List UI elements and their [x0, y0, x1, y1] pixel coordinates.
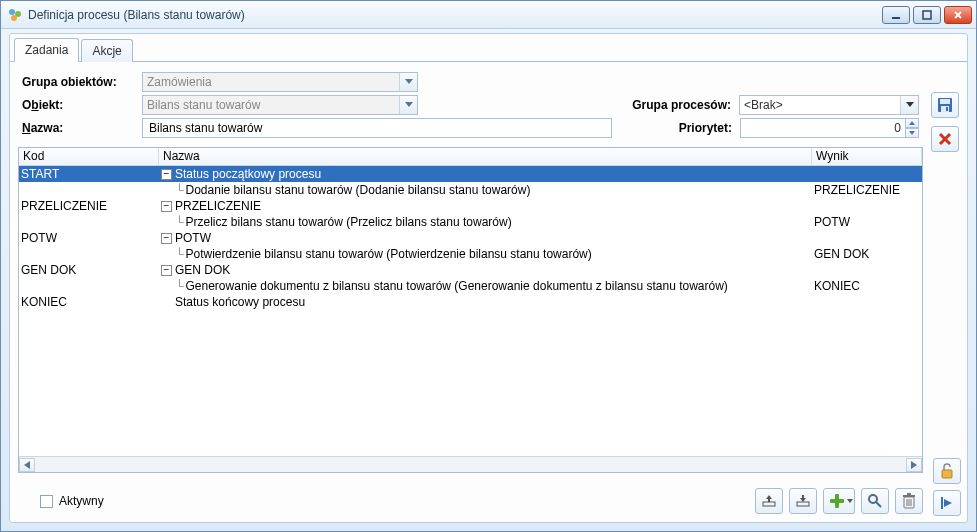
svg-rect-16	[797, 502, 809, 506]
window-title: Definicja procesu (Bilans stanu towarów)	[28, 8, 882, 22]
spinner-down-icon[interactable]	[905, 128, 919, 138]
maximize-button[interactable]	[913, 6, 941, 24]
col-header-nazwa[interactable]: Nazwa	[159, 148, 812, 165]
svg-rect-4	[923, 11, 931, 19]
minimize-button[interactable]	[882, 6, 910, 24]
table-row[interactable]: KONIECStatus końcowy procesu	[19, 294, 922, 310]
checkbox-box[interactable]	[40, 495, 53, 508]
delete-button[interactable]	[895, 488, 923, 514]
cell-kod: KONIEC	[19, 295, 159, 309]
cell-nazwa: −POTW	[159, 231, 812, 245]
grid-body[interactable]: START−Status początkowy procesu└Dodanie …	[19, 166, 922, 456]
table-row[interactable]: PRZELICZENIE−PRZELICZENIE	[19, 198, 922, 214]
chevron-down-icon[interactable]	[399, 73, 417, 91]
col-header-wynik[interactable]: Wynik	[812, 148, 922, 165]
scroll-right-icon[interactable]	[906, 458, 922, 472]
table-row[interactable]: └Generowanie dokumentu z bilansu stanu t…	[19, 278, 922, 294]
add-dropdown-button[interactable]	[845, 488, 855, 514]
form-area: Grupa obiektów: Zamówienia Obiekt: Bilan…	[14, 66, 927, 147]
table-row[interactable]: └Dodanie bilansu stanu towarów (Dodanie …	[19, 182, 922, 198]
table-row[interactable]: └Potwierdzenie bilansu stanu towarów (Po…	[19, 246, 922, 262]
svg-rect-30	[940, 99, 950, 104]
arrow-right-icon	[940, 496, 954, 510]
label-procgroup: Grupa procesów:	[632, 98, 731, 112]
input-name[interactable]	[142, 118, 612, 138]
side-panel	[931, 92, 961, 152]
cell-nazwa: −GEN DOK	[159, 263, 812, 277]
tree-toggle-icon[interactable]: −	[161, 169, 172, 180]
tab-actions[interactable]: Akcje	[81, 39, 132, 62]
combo-object-value: Bilans stanu towarów	[147, 98, 260, 112]
combo-group[interactable]: Zamówienia	[142, 72, 418, 92]
svg-marker-11	[909, 131, 915, 135]
tree-toggle-icon[interactable]: −	[161, 265, 172, 276]
tree-toggle-icon[interactable]: −	[161, 201, 172, 212]
tab-tasks[interactable]: Zadania	[14, 38, 79, 62]
search-button[interactable]	[861, 488, 889, 514]
label-object: Obiekt:	[22, 98, 142, 112]
svg-point-21	[869, 495, 877, 503]
import-icon	[795, 494, 811, 508]
table-row[interactable]: POTW−POTW	[19, 230, 922, 246]
task-grid: Kod Nazwa Wynik START−Status początkowy …	[18, 147, 923, 473]
cell-wynik: POTW	[812, 215, 922, 229]
close-button[interactable]	[944, 6, 972, 24]
export-button[interactable]	[755, 488, 783, 514]
import-button[interactable]	[789, 488, 817, 514]
input-priority[interactable]: 0	[740, 118, 906, 138]
svg-marker-15	[766, 495, 772, 502]
table-row[interactable]: START−Status początkowy procesu	[19, 166, 922, 182]
chevron-down-icon[interactable]	[900, 96, 918, 114]
tree-toggle-icon[interactable]: −	[161, 233, 172, 244]
cell-nazwa: └Potwierdzenie bilansu stanu towarów (Po…	[159, 247, 812, 261]
app-icon	[7, 7, 23, 23]
spinner-up-icon[interactable]	[905, 118, 919, 128]
scroll-track[interactable]	[35, 458, 906, 472]
svg-rect-3	[892, 17, 900, 19]
svg-rect-24	[903, 495, 915, 497]
save-button[interactable]	[931, 92, 959, 118]
h-scrollbar[interactable]	[19, 456, 922, 472]
svg-marker-8	[405, 102, 413, 107]
svg-marker-10	[909, 121, 915, 125]
col-header-kod[interactable]: Kod	[19, 148, 159, 165]
tree-elbow-icon: └	[161, 183, 184, 197]
export-icon	[761, 494, 777, 508]
combo-procgroup-value: <Brak>	[744, 98, 783, 112]
label-priority: Priorytet:	[679, 121, 732, 135]
tree-elbow-icon: └	[161, 279, 184, 293]
cell-nazwa: └Generowanie dokumentu z bilansu stanu t…	[159, 279, 812, 293]
table-row[interactable]: └Przelicz bilans stanu towarów (Przelicz…	[19, 214, 922, 230]
svg-marker-7	[405, 79, 413, 84]
chevron-down-icon[interactable]	[399, 96, 417, 114]
tree-elbow-icon: └	[161, 215, 184, 229]
spinner-priority[interactable]	[905, 118, 919, 138]
cell-kod: POTW	[19, 231, 159, 245]
tree-elbow-icon: └	[161, 247, 184, 261]
svg-marker-20	[847, 499, 853, 503]
svg-rect-14	[763, 502, 775, 506]
cell-kod: GEN DOK	[19, 263, 159, 277]
cell-nazwa: −PRZELICZENIE	[159, 199, 812, 213]
cell-wynik: PRZELICZENIE	[812, 183, 922, 197]
svg-marker-13	[911, 461, 917, 469]
unlock-button[interactable]	[933, 458, 961, 484]
plus-icon	[829, 493, 845, 509]
checkbox-active[interactable]: Aktywny	[40, 494, 104, 508]
close-icon	[938, 132, 952, 146]
svg-rect-32	[946, 107, 948, 111]
cell-kod: START	[19, 167, 159, 181]
checkbox-label: Aktywny	[59, 494, 104, 508]
scroll-left-icon[interactable]	[19, 458, 35, 472]
input-name-field[interactable]	[147, 120, 607, 136]
next-button[interactable]	[933, 490, 961, 516]
cancel-button[interactable]	[931, 126, 959, 152]
title-bar[interactable]: Definicja procesu (Bilans stanu towarów)	[1, 1, 976, 29]
table-row[interactable]: GEN DOK−GEN DOK	[19, 262, 922, 278]
cell-nazwa: −Status początkowy procesu	[159, 167, 812, 181]
combo-object[interactable]: Bilans stanu towarów	[142, 95, 418, 115]
svg-rect-36	[941, 497, 943, 509]
svg-point-0	[9, 9, 15, 15]
svg-line-22	[876, 502, 881, 507]
combo-procgroup[interactable]: <Brak>	[739, 95, 919, 115]
